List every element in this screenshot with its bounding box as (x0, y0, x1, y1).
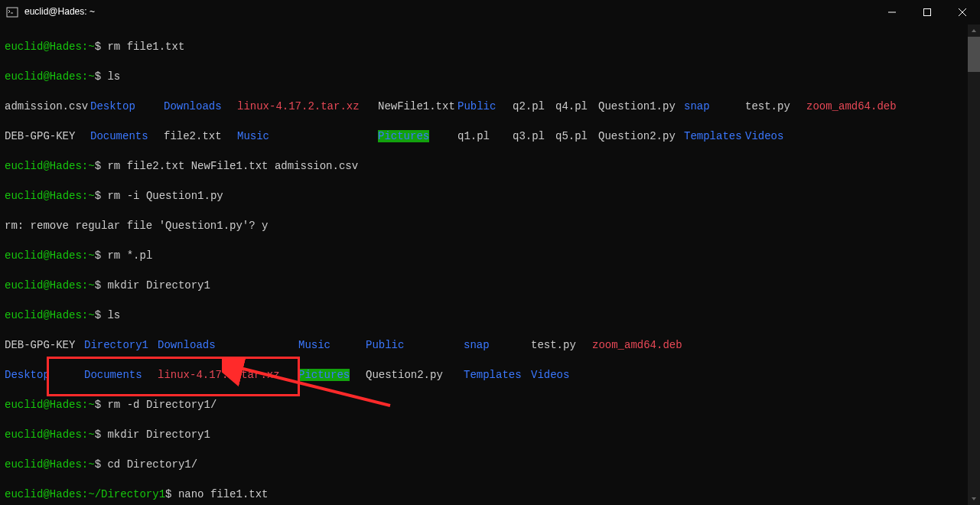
scroll-up-button[interactable] (968, 24, 980, 37)
scroll-down-button[interactable] (968, 493, 980, 505)
close-button[interactable] (945, 0, 980, 24)
ls-row: DEB-GPG-KEYDocumentsfile2.txtMusicPictur… (5, 129, 968, 145)
prompt-line: euclid@Hades:~$ rm file2.txt NewFile1.tx… (5, 159, 968, 174)
prompt-line: euclid@Hades:~$ rm *.pl (5, 249, 968, 264)
prompt-line: euclid@Hades:~$ rm file1.txt (5, 40, 968, 55)
ls-row: DesktopDocumentslinux-4.17.2.tar.xzPictu… (5, 368, 968, 383)
prompt-line: euclid@Hades:~$ ls (5, 308, 968, 324)
prompt-line: euclid@Hades:~$ rm -d Directory1/ (5, 398, 968, 413)
prompt-line: euclid@Hades:~$ ls (5, 70, 968, 85)
svg-rect-1 (924, 9, 931, 16)
window-title: euclid@Hades: ~ (24, 5, 95, 20)
prompt-line: euclid@Hades:~$ mkdir Directory1 (5, 428, 968, 443)
prompt-line: euclid@Hades:~/Directory1$ nano file1.tx… (5, 487, 968, 501)
maximize-button[interactable] (910, 0, 945, 24)
scrollbar[interactable] (968, 24, 980, 505)
ls-row: admission.csvDesktopDownloadslinux-4.17.… (5, 99, 968, 115)
scroll-thumb[interactable] (968, 37, 980, 72)
terminal-output[interactable]: euclid@Hades:~$ rm file1.txt euclid@Hade… (5, 24, 968, 500)
titlebar[interactable]: euclid@Hades: ~ (0, 0, 980, 24)
app-icon (6, 6, 18, 18)
ls-row: DEB-GPG-KEYDirectory1DownloadsMusicPubli… (5, 338, 968, 354)
output-line: rm: remove regular file 'Question1.py'? … (5, 219, 968, 234)
prompt-line: euclid@Hades:~$ mkdir Directory1 (5, 279, 968, 294)
svg-rect-0 (7, 8, 18, 17)
window-controls (874, 0, 980, 24)
prompt-line: euclid@Hades:~$ cd Directory1/ (5, 458, 968, 473)
terminal-window: euclid@Hades: ~ euclid@Hades:~$ rm file1… (0, 0, 980, 505)
prompt-line: euclid@Hades:~$ rm -i Question1.py (5, 189, 968, 204)
minimize-button[interactable] (874, 0, 910, 24)
